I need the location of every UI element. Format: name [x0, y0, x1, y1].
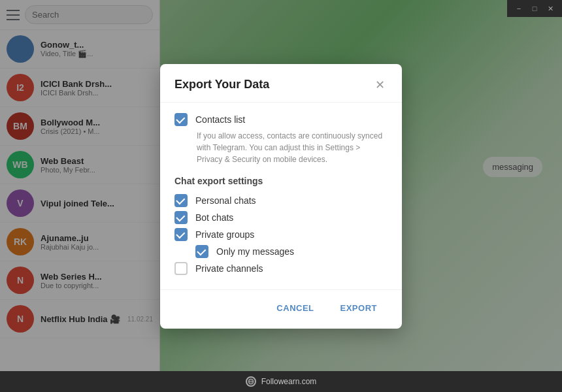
close-button[interactable]: ✕ [542, 3, 558, 14]
private-groups-label: Private groups [195, 229, 254, 240]
export-button[interactable]: EXPORT [330, 298, 388, 318]
app-container: − □ ✕ Gonow_t...Video, Title 🎬...I2ICICI… [0, 0, 562, 392]
chat-export-heading: Chat export settings [174, 176, 388, 186]
contacts-list-description: If you allow access, contacts are contin… [197, 130, 388, 165]
private-groups-row: Private groups [174, 228, 388, 241]
overlay: Export Your Data ✕ Contacts list If you … [0, 0, 562, 392]
bot-chats-row: Bot chats [174, 211, 388, 224]
contacts-list-checkbox[interactable] [174, 113, 188, 126]
only-my-messages-label: Only my messages [216, 246, 294, 257]
dialog-close-button[interactable]: ✕ [372, 77, 388, 93]
cancel-button[interactable]: CANCEL [266, 298, 324, 318]
dialog-title: Export Your Data [174, 78, 269, 91]
bot-chats-label: Bot chats [195, 212, 233, 223]
minimize-button[interactable]: − [511, 3, 527, 14]
private-channels-checkbox[interactable] [174, 262, 188, 275]
dialog-header: Export Your Data ✕ [160, 64, 402, 103]
window-controls: − □ ✕ [507, 0, 562, 17]
bottom-bar: Followearn.com [0, 371, 562, 392]
private-channels-label: Private channels [195, 263, 263, 274]
personal-chats-label: Personal chats [195, 195, 256, 206]
bot-chats-checkbox[interactable] [174, 211, 188, 224]
personal-chats-row: Personal chats [174, 194, 388, 207]
private-channels-row: Private channels [174, 262, 388, 275]
dialog-footer: CANCEL EXPORT [160, 289, 402, 329]
contacts-list-row: Contacts list [174, 113, 388, 126]
only-my-messages-checkbox[interactable] [195, 245, 208, 258]
only-my-messages-row: Only my messages [195, 245, 388, 258]
restore-button[interactable]: □ [527, 3, 542, 14]
personal-chats-checkbox[interactable] [174, 194, 188, 207]
globe-icon [246, 376, 256, 387]
dialog-body: Contacts list If you allow access, conta… [160, 103, 402, 289]
private-groups-checkbox[interactable] [174, 228, 188, 241]
contacts-list-label: Contacts list [195, 114, 245, 125]
bottom-bar-text: Followearn.com [261, 377, 317, 386]
export-dialog: Export Your Data ✕ Contacts list If you … [160, 64, 402, 329]
